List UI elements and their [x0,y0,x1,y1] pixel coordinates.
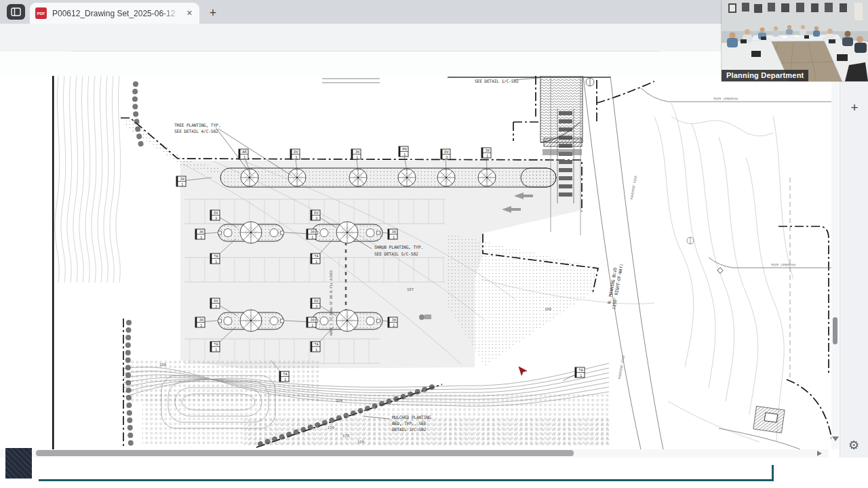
svg-text:1: 1 [243,155,245,159]
broadcast-lower-strip [0,458,868,488]
pavement-edge-label-1: PAVEMENT EDGE [630,175,637,200]
svg-text:JH: JH [485,148,490,152]
note-mulch-bed-1: MULCHED PLANTING [392,415,431,420]
pdf-page-canvas[interactable]: AR1DV3JH1PH1DV3JH1JH1DV3JH1TA1JH1DV3JH1T… [0,76,868,449]
svg-text:1: 1 [200,235,202,239]
sheet-border-left [52,76,54,449]
svg-text:JH: JH [199,230,203,234]
horizontal-scrollbar-thumb[interactable] [36,450,574,456]
pdf-file-icon: PDF [35,7,47,19]
svg-text:1: 1 [356,155,358,159]
bottom-right-road [719,406,800,449]
svg-text:180: 180 [545,307,551,311]
meeting-room-video [722,0,868,81]
workspaces-icon [11,7,21,16]
svg-text:187: 187 [407,287,414,291]
svg-text:3: 3 [295,155,297,159]
svg-text:176: 176 [357,440,364,444]
svg-text:3: 3 [215,216,217,220]
note-mulch-bed-3: DETAIL 3/C-502 [392,427,427,432]
svg-text:1: 1 [315,348,317,352]
svg-text:TA: TA [283,372,288,376]
svg-text:DV: DV [314,299,319,303]
svg-text:3: 3 [446,155,448,159]
svg-text:1: 1 [215,260,217,264]
sidebar-settings-button[interactable]: ⚙ [846,437,862,453]
svg-text:JH: JH [310,318,315,322]
contour-lines-left [55,76,121,283]
pavement-edge-label-3: PAVEMENT EDGE [713,97,738,100]
note-shrub-planting-1: SHRUB PLANTING, TYP. [374,245,423,249]
note-mulch-bed-2: BED, TYP., SEE [392,421,427,426]
vertical-scrollbar-thumb[interactable] [833,317,837,344]
svg-text:PH: PH [402,147,407,151]
vertical-scrollbar-track[interactable] [831,76,839,449]
svg-text:TA: TA [314,254,319,258]
svg-text:1: 1 [311,235,313,239]
svg-text:1: 1 [393,323,395,327]
svg-text:JH: JH [355,150,359,154]
scroll-right-arrow[interactable] [817,451,822,456]
svg-text:184: 184 [336,399,343,403]
broadcast-teal-line-vertical [772,465,774,481]
svg-text:JH: JH [391,318,396,322]
svg-text:DV: DV [444,150,449,154]
svg-text:JH: JH [310,230,315,234]
svg-text:180: 180 [159,363,166,367]
manning-blvd-road [583,76,833,449]
svg-text:1: 1 [393,235,395,239]
svg-text:178: 178 [342,434,350,438]
svg-text:JH: JH [391,230,396,234]
svg-text:TA: TA [314,342,319,346]
area-note: AREA = 31,060± SF OR 0.71± ACRES [329,270,333,336]
new-tab-button[interactable]: + [205,5,221,22]
broadcast-teal-line-horizontal [39,479,773,481]
svg-text:1: 1 [315,260,317,264]
svg-text:1: 1 [311,323,313,327]
note-shrub-planting-2: SEE DETAIL 5/C-502 [374,251,418,256]
svg-text:DV: DV [294,150,298,154]
sidebar-add-button[interactable]: + [846,100,863,117]
shrub-edge-top-left [135,84,141,145]
webcam-caption: Planning Department [722,70,808,81]
svg-text:1: 1 [181,182,183,186]
svg-text:JH: JH [199,318,203,322]
svg-text:3: 3 [315,216,317,220]
webcam-overlay: Planning Department [722,0,868,81]
note-see-detail-1: SEE DETAIL 1/C-502 [475,79,519,83]
contour-lines-right [654,103,793,442]
svg-text:TA: TA [578,368,583,372]
svg-text:3: 3 [315,304,317,308]
svg-text:1: 1 [486,154,488,158]
tab-title: P00612_Drawing Set_2025-06-12 [52,9,181,18]
north-symbol [586,78,594,86]
svg-text:DV: DV [214,299,218,303]
svg-text:179: 179 [328,426,334,430]
svg-text:1: 1 [403,152,406,157]
survey-symbols [687,237,723,273]
hatched-sidewalk-block [540,76,583,155]
svg-text:1: 1 [284,378,286,382]
svg-text:DV: DV [214,211,218,215]
broadcast-corner-square [5,448,32,479]
note-tree-planting-2: SEE DETAIL 4/C-502 [174,129,218,134]
site-equipment [419,314,431,320]
svg-text:TA: TA [214,254,218,258]
svg-text:DV: DV [314,211,319,215]
svg-text:TA: TA [214,342,218,346]
browser-tab[interactable]: PDF P00612_Drawing Set_2025-06-12 ✕ [30,3,199,24]
svg-text:1: 1 [200,323,202,327]
note-tree-planting-1: TREE PLANTING, TYP. [174,123,220,127]
pavement-edge-label-4: PAVEMENT EDGE [771,263,795,266]
site-plan-drawing: AR1DV3JH1PH1DV3JH1JH1DV3JH1TA1JH1DV3JH1T… [41,76,840,449]
svg-text:3: 3 [215,304,217,308]
shrub-edge-left [128,323,131,446]
svg-text:JH: JH [180,177,184,181]
edge-sidebar [840,76,868,458]
scroll-down-arrow[interactable] [832,436,839,441]
tab-close-button[interactable]: ✕ [185,7,194,19]
mouse-cursor [517,366,528,377]
svg-text:AR: AR [242,150,247,154]
tab-actions-menu-button[interactable] [7,4,25,20]
svg-text:1: 1 [580,373,582,378]
